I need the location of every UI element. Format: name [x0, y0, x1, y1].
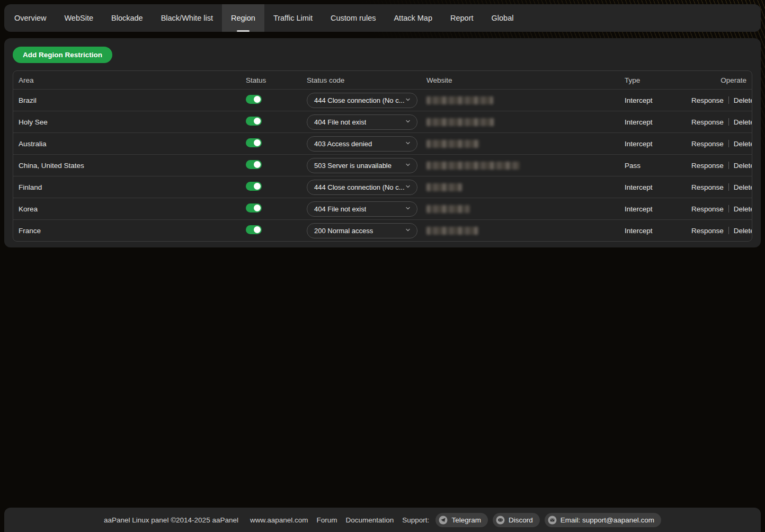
chevron-down-icon — [405, 227, 411, 235]
operate-divider — [728, 140, 729, 147]
status-code-cell: 404 File not exist — [307, 114, 426, 130]
support-label: Support: — [402, 516, 429, 524]
tab-website[interactable]: WebSite — [55, 4, 102, 32]
response-link[interactable]: Response — [691, 118, 724, 126]
type-cell: Intercept — [625, 96, 691, 104]
header-website: Website — [426, 76, 625, 84]
status-toggle[interactable] — [246, 95, 262, 104]
telegram-button[interactable]: Telegram — [435, 513, 488, 527]
delete-link[interactable]: Delete — [734, 227, 752, 235]
tab-black-white-list[interactable]: Black/White list — [152, 4, 222, 32]
response-link[interactable]: Response — [691, 140, 724, 148]
status-code-select[interactable]: 444 Close connection (No c... — [307, 93, 417, 108]
website-masked-text — [426, 162, 520, 170]
operate-cell: Response Delete — [691, 227, 752, 235]
table-body: Brazil 444 Close connection (No c... Int… — [13, 89, 752, 241]
status-code-cell: 503 Server is unavailable — [307, 158, 426, 173]
status-toggle[interactable] — [246, 225, 262, 234]
website-cell — [426, 183, 625, 191]
status-code-select[interactable]: 444 Close connection (No c... — [307, 180, 417, 195]
delete-link[interactable]: Delete — [734, 183, 752, 191]
region-panel: Add Region Restriction Area Status Statu… — [4, 38, 761, 247]
status-toggle[interactable] — [246, 138, 262, 147]
website-masked-text — [426, 227, 478, 235]
delete-link[interactable]: Delete — [734, 118, 752, 126]
table-row: Korea 404 File not exist Intercept Respo… — [13, 198, 752, 219]
email-button[interactable]: Email: support@aapanel.com — [545, 513, 661, 527]
status-code-select[interactable]: 403 Access denied — [307, 136, 417, 152]
response-link[interactable]: Response — [691, 205, 724, 213]
status-code-select[interactable]: 503 Server is unavailable — [307, 158, 417, 173]
delete-link[interactable]: Delete — [734, 96, 752, 104]
table-row: Holy See 404 File not exist Intercept Re… — [13, 111, 752, 132]
footer-link-site[interactable]: www.aapanel.com — [250, 516, 308, 524]
type-cell: Intercept — [625, 205, 691, 213]
website-masked-text — [426, 118, 494, 126]
area-cell: Korea — [13, 205, 246, 213]
operate-divider — [728, 162, 729, 169]
chevron-down-icon — [405, 205, 411, 213]
website-cell — [426, 227, 625, 235]
chevron-down-icon — [405, 140, 411, 148]
tab-attack-map[interactable]: Attack Map — [385, 4, 441, 32]
tab-global[interactable]: Global — [483, 4, 523, 32]
email-icon — [548, 516, 557, 525]
add-region-restriction-button[interactable]: Add Region Restriction — [13, 47, 112, 63]
region-table: Area Status Status code Website Type Ope… — [13, 70, 752, 242]
delete-link[interactable]: Delete — [734, 205, 752, 213]
table-row: France 200 Normal access Intercept Respo… — [13, 219, 752, 241]
status-cell — [246, 95, 307, 105]
tab-blockade[interactable]: Blockade — [102, 4, 152, 32]
footer-link-docs[interactable]: Documentation — [346, 516, 394, 524]
status-toggle[interactable] — [246, 160, 262, 169]
status-code-cell: 403 Access denied — [307, 136, 426, 152]
response-link[interactable]: Response — [691, 96, 724, 104]
status-toggle[interactable] — [246, 203, 262, 212]
operate-cell: Response Delete — [691, 183, 752, 191]
delete-link[interactable]: Delete — [734, 140, 752, 148]
operate-divider — [728, 183, 729, 191]
tab-region[interactable]: Region — [222, 4, 264, 32]
tab-traffic-limit[interactable]: Traffic Limit — [264, 4, 322, 32]
status-code-select[interactable]: 404 File not exist — [307, 201, 417, 217]
area-cell: Brazil — [13, 96, 246, 104]
website-masked-text — [426, 140, 479, 148]
header-type: Type — [625, 76, 691, 84]
status-cell — [246, 182, 307, 192]
footer-link-forum[interactable]: Forum — [317, 516, 337, 524]
email-label: Email: support@aapanel.com — [561, 516, 654, 524]
tab-report[interactable]: Report — [441, 4, 483, 32]
table-row: Finland 444 Close connection (No c... In… — [13, 176, 752, 198]
status-code-cell: 404 File not exist — [307, 201, 426, 217]
status-code-select[interactable]: 404 File not exist — [307, 114, 417, 130]
area-cell: China, United States — [13, 162, 246, 170]
response-link[interactable]: Response — [691, 227, 724, 235]
header-area: Area — [13, 76, 246, 84]
type-cell: Pass — [625, 162, 691, 170]
operate-cell: Response Delete — [691, 162, 752, 170]
status-code-select[interactable]: 200 Normal access — [307, 223, 417, 238]
discord-button[interactable]: Discord — [493, 513, 540, 527]
website-cell — [426, 140, 625, 148]
operate-divider — [728, 118, 729, 126]
operate-cell: Response Delete — [691, 140, 752, 148]
area-cell: Holy See — [13, 118, 246, 126]
header-operate: Operate — [691, 76, 752, 84]
tab-overview[interactable]: Overview — [5, 4, 55, 32]
footer: aaPanel Linux panel ©2014-2025 aaPanel w… — [4, 508, 761, 532]
status-cell — [246, 117, 307, 127]
header-status: Status — [246, 76, 307, 84]
tab-custom-rules[interactable]: Custom rules — [322, 4, 385, 32]
operate-divider — [728, 205, 729, 212]
status-code-cell: 444 Close connection (No c... — [307, 180, 426, 195]
delete-link[interactable]: Delete — [734, 162, 752, 170]
operate-cell: Response Delete — [691, 205, 752, 213]
status-toggle[interactable] — [246, 117, 262, 126]
status-toggle[interactable] — [246, 182, 262, 191]
website-cell — [426, 205, 625, 213]
website-cell — [426, 96, 625, 104]
response-link[interactable]: Response — [691, 162, 724, 170]
discord-icon — [496, 516, 505, 525]
chevron-down-icon — [405, 183, 411, 191]
response-link[interactable]: Response — [691, 183, 724, 191]
